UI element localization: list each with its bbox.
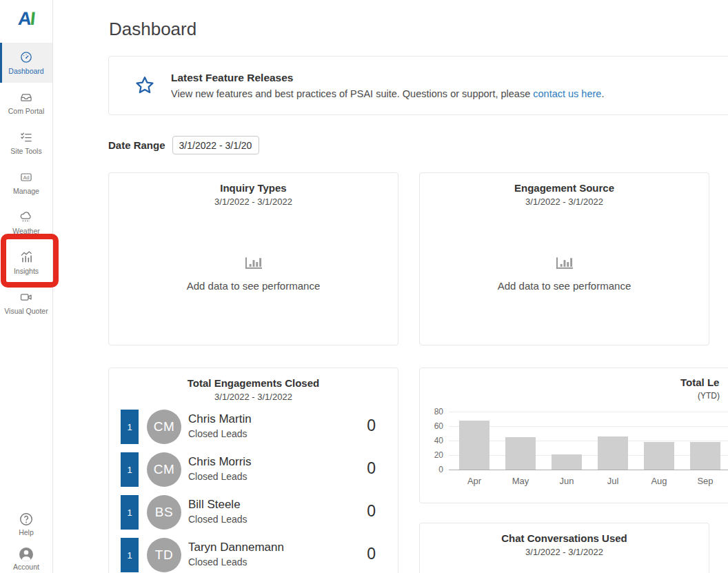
avatar: CM [147,452,181,487]
bar-aug [644,442,674,470]
sidebar-item-label: Visual Quoter [0,307,52,315]
contact-us-link[interactable]: contact us here [533,88,601,99]
card-subtitle: 3/1/2022 - 3/1/2022 [420,547,709,557]
bar-may [505,437,536,470]
sidebar-item-account[interactable]: Account [0,542,52,573]
person-name: Bill Steele [188,498,247,512]
cloud-rain-icon [0,210,52,224]
chat-conversations-card: Chat Conversations Used 3/1/2022 - 3/1/2… [419,523,709,573]
psai-logo: AI [0,8,54,30]
y-tick-label: 20 [424,450,443,460]
sidebar-item-com-portal[interactable]: Com Portal [0,83,52,123]
video-icon [0,290,52,304]
person-name: Chris Morris [188,455,252,469]
sidebar-item-label: Manage [0,187,52,195]
x-axis-label: Jul [598,476,628,486]
person-info: Taryn DannemannClosed Leads [188,541,284,567]
date-range-label: Date Range [108,139,165,151]
sidebar-item-label: Dashboard [2,67,50,75]
sidebar-item-site-tools[interactable]: Site Tools [0,123,52,163]
checklist-icon [0,130,52,144]
x-axis-label: Sep [690,476,720,486]
person-info: Chris MorrisClosed Leads [188,455,252,482]
gridline [449,470,728,470]
chart-placeholder-icon [109,254,398,274]
person-value: 0 [367,502,376,521]
person-name: Chris Martin [188,412,252,426]
leaderboard-row: 1TDTaryn DannemannClosed Leads0 [121,538,385,572]
card-subtitle: 3/1/2022 - 3/1/2022 [420,197,709,207]
sidebar-nav: DashboardCom PortalSite ToolsAdManageWea… [0,43,52,323]
card-title: Engagement Source [420,182,709,194]
rank-badge: 1 [121,410,139,444]
x-axis-label: May [505,476,536,486]
gauge-icon [2,50,50,64]
sidebar-item-label: Com Portal [0,107,52,115]
gridline [449,426,728,427]
gridline [449,412,728,412]
bar-apr [459,421,489,470]
person-metric: Closed Leads [188,428,252,439]
card-title: Inquiry Types [109,182,398,194]
y-tick-label: 0 [424,465,443,474]
sidebar-item-label: Insights [0,267,52,275]
sidebar-item-visual-quoter[interactable]: Visual Quoter [0,283,52,323]
banner-title: Latest Feature Releases [171,72,604,84]
person-value: 0 [367,459,376,478]
sidebar-item-help[interactable]: Help [0,507,52,543]
sidebar-item-label: Site Tools [0,147,52,155]
sidebar-item-weather[interactable]: Weather [0,203,52,243]
leaderboard-rows: 1CMChris MartinClosed Leads01CMChris Mor… [121,410,385,573]
avatar: CM [147,410,181,444]
person-info: Chris MartinClosed Leads [188,412,252,439]
banner-text-lead: View new features and best practices of … [171,88,533,99]
x-axis-label: Aug [644,476,674,486]
chart-title: Total Le [680,376,719,388]
y-tick-label: 40 [424,436,443,445]
y-tick-label: 80 [424,407,443,416]
bar-jun [552,454,582,470]
empty-state-text: Add data to see performance [420,280,709,292]
y-tick-label: 60 [424,421,443,431]
rank-badge: 1 [121,538,139,572]
card-subtitle: 3/1/2022 - 3/1/2022 [109,197,398,207]
bar-trend-icon [0,250,52,264]
date-range-row: Date Range [108,136,259,154]
sidebar-item-dashboard[interactable]: Dashboard [0,43,52,83]
leaderboard-row: 1BSBill SteeleClosed Leads0 [121,495,385,530]
sidebar-item-label: Weather [0,227,52,235]
rank-badge: 1 [121,452,139,487]
card-title: Total Engagements Closed [109,377,398,389]
gridline [449,441,728,441]
date-range-input[interactable] [172,136,259,154]
banner-text-period: . [601,88,604,99]
bar-sep [690,442,720,470]
inquiry-types-card: Inquiry Types 3/1/2022 - 3/1/2022 Add da… [108,172,398,345]
leaderboard-row: 1CMChris MartinClosed Leads0 [121,410,385,444]
ad-icon: Ad [0,170,52,184]
total-leads-chart-card: Total Le (YTD) 020406080AprMayJunJulAugS… [419,368,728,503]
x-axis-label: Jun [552,476,582,486]
person-metric: Closed Leads [188,471,252,482]
sidebar-item-insights[interactable]: Insights [0,243,52,283]
rank-badge: 1 [121,495,139,530]
avatar: TD [147,538,181,572]
total-engagements-closed-card: Total Engagements Closed 3/1/2022 - 3/1/… [108,368,398,573]
card-title: Chat Conversations Used [420,532,709,544]
person-value: 0 [367,545,376,563]
person-name: Taryn Dannemann [188,541,284,554]
help-icon [0,512,52,525]
page-title: Dashboard [109,19,196,40]
x-axis-label: Apr [459,476,489,486]
dashboard-page: AI DashboardCom PortalSite ToolsAdManage… [0,0,728,573]
feature-releases-banner: Latest Feature Releases View new feature… [108,56,728,115]
sidebar-item-manage[interactable]: AdManage [0,163,52,203]
svg-text:Ad: Ad [23,175,30,181]
person-info: Bill SteeleClosed Leads [188,498,247,525]
bar-jul [598,436,628,470]
chart-placeholder-icon [420,254,709,274]
gridline [449,455,728,456]
banner-content: Latest Feature Releases View new feature… [171,72,604,99]
person-metric: Closed Leads [188,556,284,567]
sidebar: AI DashboardCom PortalSite ToolsAdManage… [0,0,53,573]
